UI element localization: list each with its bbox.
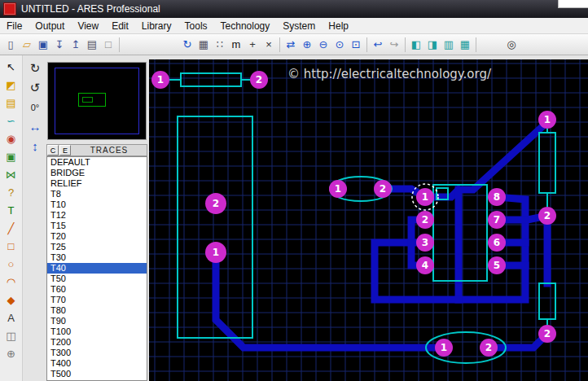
trace-style-item[interactable]: DEFAULT bbox=[47, 157, 147, 168]
selection-tool-button[interactable]: ↖ bbox=[2, 58, 20, 76]
toggle-grid-button[interactable]: ▦ bbox=[195, 37, 212, 53]
ratsnest-refresh-button[interactable]: ▥ bbox=[441, 37, 457, 53]
background-window-fragment bbox=[558, 0, 588, 8]
menu-help[interactable]: Help bbox=[322, 19, 355, 33]
auto-router-button[interactable]: ◨ bbox=[424, 37, 441, 53]
menu-view[interactable]: View bbox=[71, 19, 105, 33]
package-tool-button[interactable]: ▤ bbox=[2, 94, 20, 112]
import-region-button[interactable]: ↧ bbox=[51, 37, 68, 53]
trace-style-item[interactable]: T20 bbox=[47, 231, 147, 242]
rotation-angle: 0° bbox=[26, 99, 44, 116]
trace-style-item[interactable]: T15 bbox=[47, 221, 147, 231]
zoom-out-button[interactable]: ⊖ bbox=[315, 37, 331, 53]
print-button[interactable]: ▤ bbox=[84, 37, 100, 53]
edit-style-button[interactable]: E bbox=[59, 145, 71, 155]
trace-style-item[interactable]: T90 bbox=[47, 316, 147, 326]
ratsnest-tool-button[interactable]: ⋈ bbox=[2, 165, 20, 183]
pan-button[interactable]: ⇄ bbox=[283, 37, 299, 53]
design-rule-check-button[interactable]: ▦ bbox=[457, 37, 473, 53]
open-file-icon: ▱ bbox=[23, 38, 31, 50]
text-tool-button[interactable]: T bbox=[2, 201, 20, 219]
path-2d-tool-button[interactable]: ◆ bbox=[2, 291, 20, 309]
redraw-button[interactable]: ↻ bbox=[179, 37, 195, 53]
mark-output-area-button[interactable]: □ bbox=[100, 37, 116, 53]
export-region-button[interactable]: ↥ bbox=[68, 37, 84, 53]
menu-tools[interactable]: Tools bbox=[178, 19, 214, 33]
menu-library[interactable]: Library bbox=[135, 19, 178, 33]
component-placement-tool-icon: ◩ bbox=[6, 79, 15, 91]
trace-style-item[interactable]: T12 bbox=[47, 210, 147, 221]
via-tool-icon: ◉ bbox=[7, 133, 15, 145]
mirror-vertical-button[interactable]: ↕ bbox=[26, 138, 44, 155]
trace-style-item[interactable]: T70 bbox=[47, 295, 147, 305]
pan-icon: ⇄ bbox=[287, 38, 296, 50]
save-file-button[interactable]: ▣ bbox=[35, 37, 51, 53]
trace-style-item[interactable]: T30 bbox=[47, 252, 147, 263]
symbol-2d-tool-button[interactable]: ◫ bbox=[2, 326, 20, 344]
trace-tool-button[interactable]: ∽ bbox=[2, 112, 20, 129]
circle-2d-tool-button[interactable]: ○ bbox=[2, 255, 20, 273]
pcb-canvas[interactable]: 1221121234876512212© http://electricalte… bbox=[149, 59, 588, 381]
trace-style-item[interactable]: T200 bbox=[47, 337, 147, 348]
search-and-tag-icon: ◎ bbox=[507, 38, 516, 50]
x-cursor-toggle-button[interactable]: × bbox=[261, 37, 277, 53]
text-2d-tool-button[interactable]: A bbox=[2, 309, 20, 326]
marker-2d-tool-button[interactable]: ⊕ bbox=[2, 344, 20, 362]
trace-style-item[interactable]: T100 bbox=[47, 326, 147, 337]
pad-number: 1 bbox=[441, 342, 447, 353]
trace-style-item[interactable]: T8 bbox=[47, 189, 147, 199]
line-2d-tool-icon: ╱ bbox=[8, 222, 15, 234]
menu-technology[interactable]: Technology bbox=[214, 19, 277, 33]
layer-pair-toggle-icon: ◧ bbox=[411, 38, 421, 50]
layer-pair-toggle-button[interactable]: ◧ bbox=[408, 37, 424, 53]
design-overview-panel[interactable] bbox=[47, 62, 147, 140]
menu-output[interactable]: Output bbox=[29, 19, 71, 33]
trace-style-item[interactable]: T80 bbox=[47, 305, 147, 316]
toolbar-separator bbox=[476, 37, 476, 52]
open-file-button[interactable]: ▱ bbox=[19, 37, 35, 53]
false-origin-icon: + bbox=[249, 38, 256, 50]
line-2d-tool-button[interactable]: ╱ bbox=[2, 219, 20, 237]
trace-style-item[interactable]: RELIEF bbox=[47, 178, 147, 189]
marker-2d-tool-icon: ⊕ bbox=[7, 348, 15, 360]
undo-button[interactable]: ↩ bbox=[370, 37, 386, 53]
pad-number: 8 bbox=[494, 191, 500, 203]
menu-system[interactable]: System bbox=[276, 19, 322, 33]
false-origin-button[interactable]: + bbox=[244, 37, 261, 53]
metric-imperial-toggle-button[interactable]: m bbox=[228, 37, 244, 53]
redo-button[interactable]: ↪ bbox=[386, 37, 402, 53]
trace-style-item[interactable]: T400 bbox=[47, 358, 147, 369]
window-title: UNTITLED - ARES Professional bbox=[21, 3, 160, 15]
box-2d-tool-button[interactable]: □ bbox=[2, 237, 20, 255]
search-and-tag-button[interactable]: ◎ bbox=[503, 37, 520, 53]
trace-style-item[interactable]: T50 bbox=[47, 274, 147, 284]
trace-style-item[interactable]: T300 bbox=[47, 348, 147, 358]
pad-number: 2 bbox=[422, 214, 428, 226]
mirror-horizontal-button[interactable]: ↔ bbox=[26, 119, 44, 135]
toggle-dot-grid-button[interactable]: ∷ bbox=[212, 37, 228, 53]
rotate-clockwise-button[interactable]: ↻ bbox=[26, 60, 44, 77]
new-file-button[interactable]: ▯ bbox=[2, 37, 19, 53]
via-tool-button[interactable]: ◉ bbox=[2, 129, 20, 147]
toolbar-group: ▯▱▣↧↥▤□ bbox=[2, 37, 116, 53]
connectivity-highlight-tool-button[interactable]: ? bbox=[2, 183, 20, 201]
trace-style-item[interactable]: T60 bbox=[47, 284, 147, 295]
component-mode-button[interactable]: C bbox=[47, 145, 59, 155]
trace-style-item[interactable]: T40 bbox=[47, 263, 147, 274]
zone-tool-button[interactable]: ▣ bbox=[2, 147, 20, 165]
toolbar-group: ◎ bbox=[503, 37, 520, 53]
component-placement-tool-button[interactable]: ◩ bbox=[2, 76, 20, 94]
zoom-in-button[interactable]: ⊕ bbox=[299, 37, 315, 53]
menu-edit[interactable]: Edit bbox=[105, 19, 135, 33]
trace-style-item[interactable]: T500 bbox=[47, 369, 147, 379]
zoom-area-button[interactable]: ⊡ bbox=[348, 37, 364, 53]
menu-file[interactable]: File bbox=[0, 19, 29, 33]
arc-2d-tool-button[interactable]: ◠ bbox=[2, 273, 20, 291]
trace-style-item[interactable]: T25 bbox=[47, 242, 147, 252]
trace-style-item[interactable]: BRIDGE bbox=[47, 168, 147, 178]
zoom-all-button[interactable]: ⊙ bbox=[331, 37, 348, 53]
trace-style-item[interactable]: T10 bbox=[47, 199, 147, 210]
rotate-anticlockwise-button[interactable]: ↺ bbox=[26, 80, 44, 96]
mode-toolbar: ↖◩▤∽◉▣⋈?T╱□○◠◆A◫⊕ bbox=[0, 55, 23, 381]
trace-style-list[interactable]: DEFAULTBRIDGERELIEFT8T10T12T15T20T25T30T… bbox=[46, 156, 147, 381]
